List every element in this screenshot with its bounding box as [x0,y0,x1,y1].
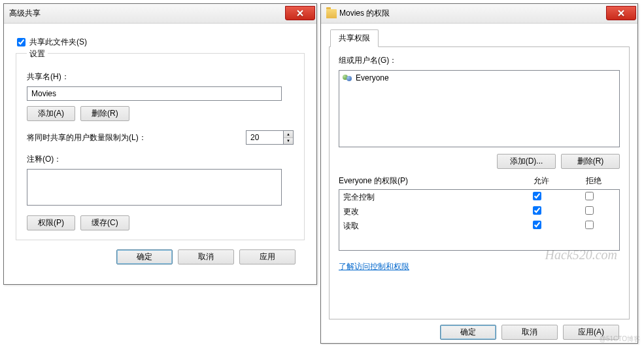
remove-button[interactable]: 删除(R) [80,106,129,121]
users-icon [343,73,353,82]
remove-principal-button[interactable]: 删除(R) [561,154,620,169]
close-button[interactable] [606,6,636,20]
deny-checkbox[interactable] [585,206,594,215]
titlebar: Movies 的权限 [321,4,637,24]
comment-textarea[interactable] [27,169,282,206]
allow-checkbox[interactable] [533,221,541,229]
perm-name: 更改 [343,206,511,217]
list-item[interactable]: Everyone [341,73,617,83]
share-name-input[interactable] [27,86,282,101]
group-user-label: 组或用户名(G)： [339,55,620,66]
dialog-title-text: Movies 的权限 [339,8,390,19]
tab-share-permissions[interactable]: 共享权限 [330,29,379,47]
perm-name: 读取 [343,221,511,232]
principals-listbox[interactable]: Everyone [339,70,620,147]
permissions-button[interactable]: 权限(P) [27,215,75,230]
deny-checkbox[interactable] [585,192,594,200]
add-principal-button[interactable]: 添加(D)... [497,154,556,169]
perm-row: 更改 [339,204,619,219]
principal-name: Everyone [356,73,389,82]
cancel-button[interactable]: 取消 [178,249,234,264]
dialog-title: Movies 的权限 [326,8,390,19]
share-folder-checkbox-row[interactable]: 共享此文件夹(S) [17,37,306,48]
allow-checkbox[interactable] [533,192,541,200]
learn-more-link[interactable]: 了解访问控制和权限 [339,261,409,272]
dialog-title: 高级共享 [9,8,41,19]
permissions-header: Everyone 的权限(P) 允许 拒绝 [339,175,620,187]
user-limit-spinner: ▲ ▼ [284,130,294,145]
share-folder-checkbox[interactable] [17,38,25,46]
ok-button[interactable]: 确定 [440,325,496,340]
tab-strip: 共享权限 [329,29,630,47]
advanced-sharing-dialog: 高级共享 共享此文件夹(S) 设置 共享名(H)： 添加(A) 删除(R) 将同… [3,3,317,285]
perm-row: 完全控制 [339,190,619,204]
cancel-button[interactable]: 取消 [501,325,558,340]
spin-down-button[interactable]: ▼ [284,138,293,145]
add-button[interactable]: 添加(A) [27,106,75,121]
share-folder-label: 共享此文件夹(S) [29,37,87,48]
spin-up-button[interactable]: ▲ [284,131,293,138]
user-limit-input[interactable] [246,130,284,145]
cache-button[interactable]: 缓存(C) [80,215,129,230]
apply-button[interactable]: 应用 [239,249,296,264]
tab-panel: 组或用户名(G)： Everyone 添加(D)... 删除(R) Everyo… [329,47,630,319]
settings-legend: 设置 [27,48,48,60]
apply-button[interactable]: 应用(A) [563,325,619,340]
ok-button[interactable]: 确定 [116,249,173,264]
user-limit-label: 将同时共享的用户数量限制为(L)： [27,132,146,143]
perm-row: 读取 [339,219,619,233]
close-icon [297,10,303,16]
allow-column-label: 允许 [515,175,568,187]
close-button[interactable] [285,6,315,20]
titlebar: 高级共享 [4,4,316,24]
perm-name: 完全控制 [343,192,511,203]
share-name-label: 共享名(H)： [27,71,294,82]
permissions-list: 完全控制 更改 读取 [339,189,620,251]
comment-label: 注释(O)： [27,154,294,165]
permissions-dialog: Movies 的权限 共享权限 组或用户名(G)： Everyone 添加(D)… [320,3,638,344]
settings-fieldset: 设置 共享名(H)： 添加(A) 删除(R) 将同时共享的用户数量限制为(L)：… [16,53,305,240]
deny-column-label: 拒绝 [568,175,620,187]
close-icon [618,10,624,16]
permissions-for-label: Everyone 的权限(P) [339,175,515,187]
deny-checkbox[interactable] [585,221,594,229]
allow-checkbox[interactable] [533,206,541,215]
folder-icon [326,9,337,18]
